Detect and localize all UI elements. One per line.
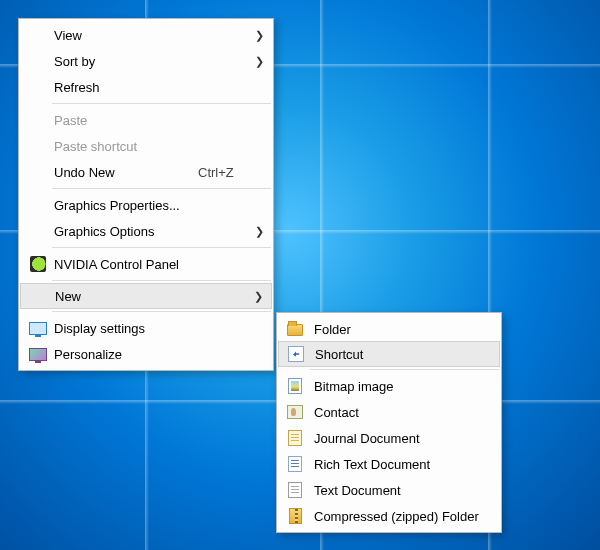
submenu-item-contact[interactable]: Contact xyxy=(278,399,500,425)
menu-separator xyxy=(52,311,271,312)
submenu-item-folder[interactable]: Folder xyxy=(278,316,500,342)
menu-separator xyxy=(52,103,271,104)
menu-separator xyxy=(52,247,271,248)
menu-label: NVIDIA Control Panel xyxy=(50,257,250,272)
shortcut-icon xyxy=(283,346,309,362)
menu-label: Personalize xyxy=(50,347,250,362)
menu-item-refresh[interactable]: Refresh xyxy=(20,74,272,100)
menu-label: Paste xyxy=(50,113,250,128)
rtf-icon xyxy=(282,456,308,472)
personalize-icon xyxy=(26,348,50,361)
folder-icon xyxy=(282,323,308,335)
chevron-right-icon: ❯ xyxy=(250,55,264,68)
chevron-right-icon: ❯ xyxy=(250,225,264,238)
menu-label: Bitmap image xyxy=(308,379,492,394)
menu-label: Sort by xyxy=(50,54,250,69)
menu-label: Refresh xyxy=(50,80,250,95)
menu-label: Graphics Options xyxy=(50,224,250,239)
journal-icon xyxy=(282,430,308,446)
chevron-right-icon: ❯ xyxy=(250,29,264,42)
menu-label: Undo New xyxy=(50,165,198,180)
menu-item-sort-by[interactable]: Sort by ❯ xyxy=(20,48,272,74)
zip-icon xyxy=(282,508,308,524)
menu-item-nvidia-control-panel[interactable]: NVIDIA Control Panel xyxy=(20,251,272,277)
submenu-item-txt[interactable]: Text Document xyxy=(278,477,500,503)
menu-label: Paste shortcut xyxy=(50,139,250,154)
menu-item-view[interactable]: View ❯ xyxy=(20,22,272,48)
menu-item-new[interactable]: New ❯ xyxy=(20,283,272,309)
menu-separator xyxy=(310,369,499,370)
submenu-item-rtf[interactable]: Rich Text Document xyxy=(278,451,500,477)
menu-item-paste: Paste xyxy=(20,107,272,133)
bitmap-icon xyxy=(282,378,308,394)
menu-accelerator: Ctrl+Z xyxy=(198,165,250,180)
menu-item-graphics-properties[interactable]: Graphics Properties... xyxy=(20,192,272,218)
menu-separator xyxy=(52,280,271,281)
menu-label: Graphics Properties... xyxy=(50,198,250,213)
submenu-item-shortcut[interactable]: Shortcut xyxy=(278,341,500,367)
menu-separator xyxy=(52,188,271,189)
menu-item-personalize[interactable]: Personalize xyxy=(20,341,272,367)
menu-label: New xyxy=(51,289,249,304)
submenu-item-bitmap[interactable]: Bitmap image xyxy=(278,373,500,399)
menu-item-display-settings[interactable]: Display settings xyxy=(20,315,272,341)
submenu-item-zip[interactable]: Compressed (zipped) Folder xyxy=(278,503,500,529)
menu-label: Folder xyxy=(308,322,492,337)
menu-label: Text Document xyxy=(308,483,492,498)
menu-item-paste-shortcut: Paste shortcut xyxy=(20,133,272,159)
contact-icon xyxy=(282,405,308,419)
menu-label: View xyxy=(50,28,250,43)
submenu-item-journal[interactable]: Journal Document xyxy=(278,425,500,451)
menu-label: Shortcut xyxy=(309,347,491,362)
menu-label: Compressed (zipped) Folder xyxy=(308,509,492,524)
menu-label: Display settings xyxy=(50,321,250,336)
desktop-context-menu: View ❯ Sort by ❯ Refresh Paste Paste sho… xyxy=(18,18,274,371)
nvidia-icon xyxy=(26,256,50,272)
menu-label: Rich Text Document xyxy=(308,457,492,472)
menu-label: Contact xyxy=(308,405,492,420)
menu-item-undo-new[interactable]: Undo New Ctrl+Z xyxy=(20,159,272,185)
menu-item-graphics-options[interactable]: Graphics Options ❯ xyxy=(20,218,272,244)
txt-icon xyxy=(282,482,308,498)
new-submenu: Folder Shortcut Bitmap image Contact Jou… xyxy=(276,312,502,533)
chevron-right-icon: ❯ xyxy=(249,290,263,303)
menu-label: Journal Document xyxy=(308,431,492,446)
display-icon xyxy=(26,322,50,335)
